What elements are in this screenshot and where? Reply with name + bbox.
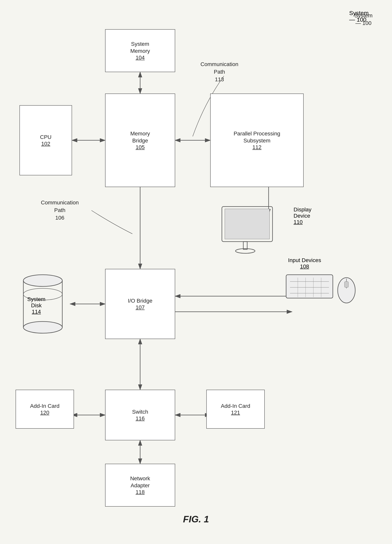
system-100-label: System— 100 [349, 10, 369, 23]
keyboard-icon [284, 269, 339, 304]
comm-path-113-label: CommunicationPath113 [201, 60, 238, 83]
io-bridge-label: I/O Bridge [128, 297, 152, 304]
svg-point-19 [23, 275, 62, 286]
memory-bridge-label: MemoryBridge [130, 130, 150, 144]
io-bridge-box: I/O Bridge 107 [105, 269, 175, 339]
system-disk-label: SystemDisk114 [27, 296, 45, 315]
parallel-processing-box: Parallel ProcessingSubsystem 112 [210, 94, 304, 187]
system-memory-label: SystemMemory [130, 41, 150, 55]
display-device-label: DisplayDevice110 [294, 207, 311, 225]
display-device-num: 110 [294, 219, 303, 225]
add-in-card-120-num: 120 [40, 409, 49, 416]
svg-rect-22 [286, 275, 333, 298]
mouse-icon [335, 271, 358, 306]
svg-rect-16 [243, 242, 247, 249]
add-in-card-121-num: 121 [231, 409, 240, 416]
parallel-processing-label: Parallel ProcessingSubsystem [234, 130, 280, 144]
svg-rect-15 [225, 209, 270, 239]
system-memory-num: 104 [136, 54, 145, 61]
network-adapter-box: NetworkAdapter 118 [105, 464, 175, 507]
display-device-icon [218, 205, 280, 259]
add-in-card-120-label: Add-In Card [30, 402, 60, 409]
system-memory-box: SystemMemory 104 [105, 29, 175, 72]
switch-box: Switch 116 [105, 390, 175, 440]
switch-label: Switch [132, 408, 148, 415]
network-adapter-label: NetworkAdapter [130, 475, 150, 489]
cpu-label: CPU [40, 134, 51, 141]
comm-path-106-num: 106 [55, 215, 64, 221]
memory-bridge-box: MemoryBridge 105 [105, 94, 175, 187]
svg-rect-32 [345, 282, 348, 287]
svg-point-20 [23, 321, 62, 333]
add-in-card-121-label: Add-In Card [221, 402, 250, 409]
diagram-container: System Memory System— 100 SystemMemory 1… [0, 0, 392, 544]
figure-label: FIG. 1 [183, 514, 209, 525]
cpu-box: CPU 102 [19, 105, 72, 175]
display-device-group: DisplayDevice110 [218, 205, 280, 260]
system-disk-num: 114 [32, 309, 41, 315]
comm-path-106-label: CommunicationPath106 [41, 199, 79, 222]
input-devices-group: Input Devices108 [284, 269, 339, 304]
add-in-card-121-box: Add-In Card 121 [206, 390, 265, 429]
parallel-processing-num: 112 [253, 144, 262, 150]
io-bridge-num: 107 [136, 304, 145, 311]
add-in-card-120-box: Add-In Card 120 [16, 390, 74, 429]
input-devices-label: Input Devices108 [288, 257, 321, 270]
input-devices-num: 108 [300, 263, 309, 269]
memory-bridge-num: 105 [136, 144, 145, 150]
comm-path-113-num: 113 [215, 76, 224, 83]
network-adapter-num: 118 [136, 489, 145, 495]
system-disk-group: SystemDisk114 [16, 269, 70, 340]
cpu-num: 102 [41, 141, 50, 147]
switch-num: 116 [136, 415, 145, 422]
